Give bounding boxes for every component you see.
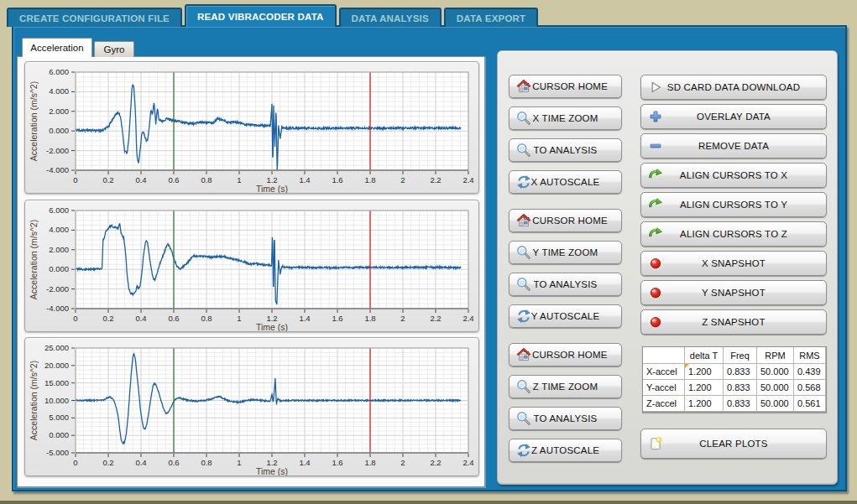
x-autoscale-button[interactable]: X AUTOSCALE: [509, 170, 622, 194]
x-accel-graph[interactable]: 6.0004.0002.0000.000-2.000-4.00000.20.40…: [25, 62, 478, 193]
x-accel-plot[interactable]: 6.0004.0002.0000.000-2.000-4.00000.20.40…: [24, 61, 479, 194]
tab-read-vibracoder-data[interactable]: READ VIBRACODER DATA: [185, 4, 337, 27]
x-tick-label: 0: [73, 314, 77, 323]
tab-data-export[interactable]: DATA EXPORT: [444, 8, 539, 27]
table-cell[interactable]: 0.833: [724, 396, 757, 412]
z-snapshot-button[interactable]: Z SNAPSHOT: [640, 309, 827, 335]
align-cursors-to-z-button[interactable]: ALIGN CURSORS TO Z: [640, 221, 827, 247]
x-tick-label: 0.8: [201, 314, 212, 323]
align-cursors-to-y-button[interactable]: ALIGN CURSORS TO Y: [640, 192, 827, 217]
align-cursors-to-x-button[interactable]: ALIGN CURSORS TO X: [640, 163, 827, 188]
autoscale-icon: [516, 309, 531, 324]
button-label: Y CURSOR HOME: [523, 216, 608, 226]
x-tick-label: 0.2: [102, 314, 113, 323]
table-cell[interactable]: 0.833: [724, 364, 757, 380]
table-cell[interactable]: 1.200: [685, 380, 724, 396]
button-label: OVERLAY DATA: [697, 112, 771, 122]
x-to-analysis-button[interactable]: TO ANALYSIS: [509, 138, 622, 162]
x-tick-label: 0.4: [135, 175, 146, 184]
y-tick-label: 0.000: [49, 264, 69, 273]
x-tick-label: 2.4: [462, 458, 473, 467]
table-cell[interactable]: 0.439: [794, 364, 826, 380]
table-cell[interactable]: 0.568: [794, 380, 826, 396]
button-label: Y TIME ZOOM: [533, 247, 598, 257]
x-time-zoom-button[interactable]: X TIME ZOOM: [509, 107, 622, 130]
home-icon: [516, 347, 531, 362]
button-label: CLEAR PLOTS: [699, 439, 767, 449]
subtab-acceleration[interactable]: Acceleration: [22, 38, 92, 57]
clear-plots-button[interactable]: CLEAR PLOTS: [640, 429, 827, 459]
table-cell[interactable]: 50.000: [757, 396, 794, 412]
y-tick-label: 15.000: [44, 378, 69, 387]
tab-create-configuration-file[interactable]: CREATE CONFIGURATION FILE: [7, 8, 182, 27]
z-cursor-home-button[interactable]: Z CURSOR HOME: [509, 343, 622, 366]
x-cursor-home-button[interactable]: X CURSOR HOME: [509, 75, 622, 98]
x-tick-label: 2.4: [462, 175, 473, 184]
zoom-icon: [516, 379, 531, 394]
y-autoscale-button[interactable]: Y AUTOSCALE: [509, 304, 622, 328]
y-time-zoom-button[interactable]: Y TIME ZOOM: [509, 241, 622, 264]
button-label: TO ANALYSIS: [534, 413, 598, 423]
button-label: TO ANALYSIS: [534, 145, 598, 155]
autoscale-icon: [516, 174, 531, 190]
x-snapshot-button[interactable]: X SNAPSHOT: [640, 251, 827, 276]
z-autoscale-button[interactable]: Z AUTOSCALE: [509, 439, 622, 462]
z-accel-plot[interactable]: 25.00020.00015.00010.0005.0000.000-5.000…: [24, 337, 479, 476]
x-tick-label: 0: [73, 175, 77, 184]
zoom-icon: [516, 277, 531, 292]
zoom-icon: [516, 411, 531, 426]
table-cell[interactable]: 50.000: [757, 364, 794, 380]
snapshot-icon: [648, 285, 663, 300]
x-tick-label: 1.8: [364, 458, 375, 467]
button-label: X AUTOSCALE: [531, 177, 600, 187]
y-accel-plot[interactable]: 6.0004.0002.0000.000-2.000-4.00000.20.40…: [24, 200, 479, 332]
y-tick-label: 25.000: [44, 343, 69, 352]
x-tick-label: 1: [237, 175, 241, 184]
y-tick-label: 2.000: [49, 245, 69, 254]
tab-data-analysis[interactable]: DATA ANALYSIS: [339, 8, 442, 27]
y-tick-label: 20.000: [44, 361, 69, 370]
autoscale-icon: [516, 443, 531, 458]
subtab-gyro[interactable]: Gyro: [94, 41, 134, 57]
y-tick-label: 4.000: [49, 225, 69, 234]
x-tick-label: 1.8: [364, 175, 375, 184]
y-cursor-home-button[interactable]: Y CURSOR HOME: [509, 209, 622, 232]
y-accel-graph[interactable]: 6.0004.0002.0000.000-2.000-4.00000.20.40…: [25, 200, 478, 331]
x-axis-title: Time (s): [256, 322, 288, 331]
x-tick-label: 1.4: [299, 314, 310, 323]
button-label: X TIME ZOOM: [532, 113, 598, 123]
z-time-zoom-button[interactable]: Z TIME ZOOM: [509, 375, 622, 398]
z-accel-graph[interactable]: 25.00020.00015.00010.0005.0000.000-5.000…: [25, 338, 478, 475]
button-label: REMOVE DATA: [698, 141, 769, 151]
button-label: X SNAPSHOT: [702, 258, 766, 268]
y-snapshot-button[interactable]: Y SNAPSHOT: [640, 280, 827, 305]
home-icon: [516, 213, 531, 228]
button-label: TO ANALYSIS: [534, 279, 598, 289]
acceleration-page: 6.0004.0002.0000.000-2.000-4.00000.20.40…: [17, 56, 485, 487]
z-to-analysis-button[interactable]: TO ANALYSIS: [509, 407, 622, 430]
remove-data-button[interactable]: REMOVE DATA: [640, 133, 827, 158]
table-cell[interactable]: 0.833: [724, 380, 757, 396]
y-tick-label: -2.000: [46, 284, 69, 294]
y-tick-label: 4.000: [49, 86, 69, 96]
table-cell[interactable]: 50.000: [757, 380, 794, 396]
table-header-cell: RPM: [757, 347, 794, 364]
y-tick-label: 0.000: [49, 430, 69, 439]
control-panel: delta TFreqRPMRMSX-accel1.2000.83350.000…: [497, 50, 838, 485]
x-tick-label: 2.2: [430, 175, 441, 184]
x-tick-label: 0.4: [135, 458, 146, 467]
x-tick-label: 0.2: [102, 458, 113, 467]
button-label: Z CURSOR HOME: [523, 350, 607, 360]
overlay-data-button[interactable]: OVERLAY DATA: [640, 104, 827, 129]
app-window: CREATE CONFIGURATION FILEREAD VIBRACODER…: [0, 0, 857, 504]
table-header-cell: delta T: [685, 347, 724, 364]
table-cell[interactable]: 1.200: [685, 364, 724, 380]
row-header-cell: X-accel: [643, 364, 685, 380]
y-to-analysis-button[interactable]: TO ANALYSIS: [509, 273, 622, 296]
align-icon: [648, 226, 663, 242]
sd-card-data-download-button[interactable]: SD CARD DATA DOWNLOAD: [640, 75, 827, 100]
button-label: X CURSOR HOME: [523, 81, 608, 91]
table-cell[interactable]: 1.200: [685, 396, 724, 412]
x-tick-label: 0.4: [135, 314, 146, 323]
table-cell[interactable]: 0.561: [794, 396, 826, 412]
